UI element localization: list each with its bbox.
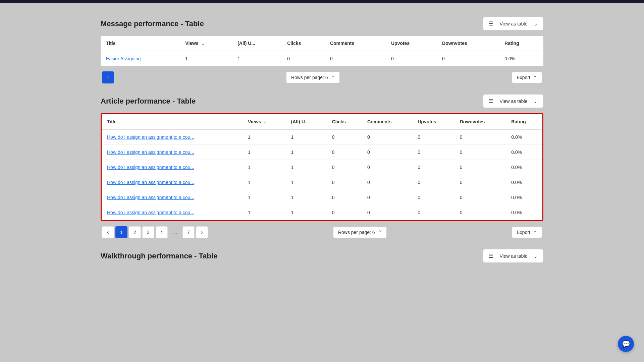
article-row-downvotes: 0 (454, 129, 506, 145)
article-row-title: How do I assign an assignment to a cou..… (102, 160, 243, 175)
article-row-views: 1 (243, 205, 286, 220)
message-row-upvotes: 0 (386, 51, 437, 66)
article-performance-section: Article performance - Table ☰ View as ta… (101, 94, 543, 238)
article-row-upvotes: 0 (412, 145, 454, 160)
message-row-all-u: 1 (232, 51, 282, 66)
article-row-downvotes: 0 (454, 205, 506, 220)
article-table-row: How do I assign an assignment to a cou..… (102, 175, 542, 190)
message-row-views: 1 (180, 51, 232, 66)
article-page-ellipsis: ... (169, 226, 181, 238)
article-row-upvotes: 0 (412, 129, 454, 145)
article-row-rating: 0.0% (506, 129, 542, 145)
article-row-all-u: 1 (286, 190, 327, 205)
article-row-comments: 0 (362, 129, 412, 145)
message-page-1-button[interactable]: 1 (102, 71, 114, 83)
col-rating: Rating (499, 36, 543, 51)
article-col-comments: Comments (362, 114, 412, 129)
article-row-upvotes: 0 (412, 205, 454, 220)
message-table-header-row: Title Views ⌄ (All) U... Clicks Comments… (101, 36, 543, 51)
article-export-chevron-up-icon: ⌃ (533, 230, 537, 235)
article-views-sort-icon: ⌄ (264, 120, 267, 124)
article-rows-per-page-button[interactable]: Rows per page: 6 ⌃ (333, 227, 387, 238)
message-performance-section: Message performance - Table ☰ View as ta… (101, 17, 543, 83)
article-col-clicks: Clicks (327, 114, 362, 129)
table-icon-3: ☰ (489, 253, 493, 259)
article-col-views[interactable]: Views ⌄ (243, 114, 286, 129)
col-upvotes: Upvotes (386, 36, 437, 51)
walkthrough-view-as-table-button[interactable]: ☰ View as table ⌄ (483, 249, 543, 263)
article-row-upvotes: 0 (412, 175, 454, 190)
col-views[interactable]: Views ⌄ (180, 36, 232, 51)
article-page-7-button[interactable]: 7 (182, 226, 195, 238)
article-row-views: 1 (243, 175, 286, 190)
article-table-row: How do I assign an assignment to a cou..… (102, 145, 542, 160)
walkthrough-performance-title: Walkthrough performance - Table (101, 252, 217, 260)
message-table-row: Easier Assigning 1 1 0 0 0 0 0.0% (101, 51, 543, 66)
article-row-rating: 0.0% (506, 160, 542, 175)
article-row-downvotes: 0 (454, 190, 506, 205)
article-table-container: Title Views ⌄ (All) U... Clicks Comments… (101, 113, 543, 221)
col-downvotes: Downvotes (437, 36, 499, 51)
article-row-title: How do I assign an assignment to a cou..… (102, 175, 243, 190)
article-page-2-button[interactable]: 2 (129, 226, 141, 238)
walkthrough-view-as-table-label: View as table (499, 253, 527, 259)
message-row-rating: 0.0% (499, 51, 543, 66)
article-prev-page-button[interactable]: ‹ (102, 226, 114, 238)
chevron-down-icon-3: ⌄ (534, 253, 538, 259)
article-rows-per-page-label: Rows per page: 6 (338, 230, 375, 235)
article-view-as-table-button[interactable]: ☰ View as table ⌄ (483, 94, 543, 108)
article-row-clicks: 0 (327, 175, 362, 190)
article-pagination-row: ‹ 1 2 3 4 ... 7 › Rows per page: 6 ⌃ Exp… (101, 226, 543, 238)
message-table-container: Title Views ⌄ (All) U... Clicks Comments… (101, 36, 543, 66)
col-title: Title (101, 36, 180, 51)
article-row-all-u: 1 (286, 205, 327, 220)
table-icon: ☰ (489, 20, 493, 27)
message-row-downvotes: 0 (437, 51, 499, 66)
article-row-views: 1 (243, 160, 286, 175)
message-performance-header: Message performance - Table ☰ View as ta… (101, 17, 543, 31)
message-export-button[interactable]: Export ⌃ (512, 72, 542, 83)
message-export-label: Export (517, 75, 530, 80)
article-row-upvotes: 0 (412, 190, 454, 205)
article-pagination: ‹ 1 2 3 4 ... 7 › (102, 226, 208, 238)
message-row-comments: 0 (325, 51, 386, 66)
article-row-clicks: 0 (327, 129, 362, 145)
walkthrough-performance-header: Walkthrough performance - Table ☰ View a… (101, 249, 543, 263)
article-row-downvotes: 0 (454, 175, 506, 190)
article-row-views: 1 (243, 145, 286, 160)
article-col-upvotes: Upvotes (412, 114, 454, 129)
article-table-row: How do I assign an assignment to a cou..… (102, 205, 542, 220)
message-view-as-table-button[interactable]: ☰ View as table ⌄ (483, 17, 543, 31)
article-next-page-button[interactable]: › (196, 226, 208, 238)
article-page-3-button[interactable]: 3 (142, 226, 154, 238)
col-all-u: (All) U... (232, 36, 282, 51)
article-row-comments: 0 (362, 190, 412, 205)
article-page-4-button[interactable]: 4 (156, 226, 168, 238)
article-row-clicks: 0 (327, 145, 362, 160)
article-chevron-up-icon: ⌃ (378, 230, 382, 235)
article-page-1-button[interactable]: 1 (115, 226, 127, 238)
message-performance-table: Title Views ⌄ (All) U... Clicks Comments… (101, 36, 543, 66)
article-table-row: How do I assign an assignment to a cou..… (102, 160, 542, 175)
article-row-downvotes: 0 (454, 160, 506, 175)
chat-bubble-button[interactable]: 💬 (618, 336, 634, 352)
article-table-row: How do I assign an assignment to a cou..… (102, 190, 542, 205)
message-pagination-row: 1 Rows per page: 6 ⌃ Export ⌃ (101, 71, 543, 83)
article-export-button[interactable]: Export ⌃ (512, 227, 542, 238)
article-performance-table: Title Views ⌄ (All) U... Clicks Comments… (102, 114, 542, 220)
chevron-down-icon-2: ⌄ (534, 99, 538, 104)
chevron-up-icon: ⌃ (331, 75, 335, 80)
article-row-title: How do I assign an assignment to a cou..… (102, 205, 243, 220)
article-row-all-u: 1 (286, 145, 327, 160)
article-row-clicks: 0 (327, 190, 362, 205)
article-performance-title: Article performance - Table (101, 97, 196, 106)
article-row-title: How do I assign an assignment to a cou..… (102, 129, 243, 145)
article-row-comments: 0 (362, 175, 412, 190)
message-rows-per-page-button[interactable]: Rows per page: 6 ⌃ (286, 72, 340, 83)
col-clicks: Clicks (282, 36, 325, 51)
article-row-views: 1 (243, 190, 286, 205)
article-table-row: How do I assign an assignment to a cou..… (102, 129, 542, 145)
article-performance-header: Article performance - Table ☰ View as ta… (101, 94, 543, 108)
article-table-header-row: Title Views ⌄ (All) U... Clicks Comments… (102, 114, 542, 129)
article-row-views: 1 (243, 129, 286, 145)
